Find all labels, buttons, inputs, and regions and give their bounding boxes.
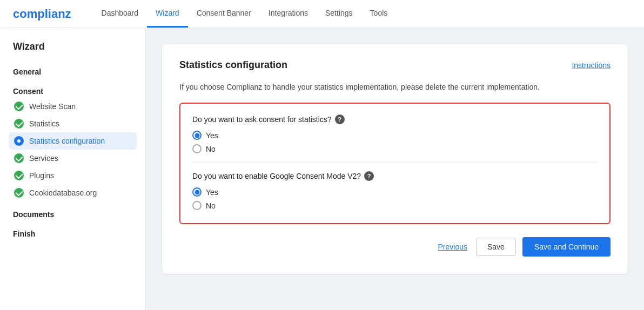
sidebar-item-website-scan[interactable]: Website Scan: [9, 98, 137, 115]
brand-logo: complianz: [13, 7, 71, 21]
sidebar-item-statistics[interactable]: Statistics: [9, 115, 137, 132]
question2-no-label: No: [206, 201, 216, 210]
question1-label: Do you want to ask consent for statistic…: [192, 114, 598, 124]
check-icon: [14, 171, 24, 180]
divider: [192, 162, 598, 163]
question1-yes[interactable]: Yes: [192, 131, 598, 140]
question2-help-icon[interactable]: ?: [364, 171, 374, 181]
sidebar-item-label: Services: [29, 154, 58, 163]
check-icon: [14, 153, 24, 163]
question1-help-icon[interactable]: ?: [335, 114, 345, 124]
question1-no-radio[interactable]: [192, 144, 202, 153]
check-icon: [14, 188, 24, 198]
dot-icon: [14, 136, 24, 146]
sidebar-item-plugins[interactable]: Plugins: [9, 167, 137, 184]
question1-yes-radio[interactable]: [192, 131, 202, 140]
sidebar-item-cookiedatabase[interactable]: Cookiedatabase.org: [9, 184, 137, 201]
save-button[interactable]: Save: [476, 238, 516, 256]
sidebar-item-label: Cookiedatabase.org: [29, 188, 97, 197]
sidebar-section-finish: Finish: [9, 225, 137, 240]
nav-wizard[interactable]: Wizard: [147, 0, 188, 28]
question2-yes-radio[interactable]: [192, 187, 202, 197]
save-continue-button[interactable]: Save and Continue: [522, 237, 611, 257]
sidebar-item-label: Statistics: [29, 119, 59, 128]
instructions-link[interactable]: Instructions: [572, 61, 611, 70]
question1-yes-label: Yes: [206, 131, 218, 140]
card-header: Statistics configuration Instructions: [179, 59, 611, 71]
check-icon: [14, 119, 24, 129]
nav-tools[interactable]: Tools: [361, 0, 397, 28]
sidebar: Wizard General Consent Website Scan Stat…: [0, 28, 146, 310]
top-navigation: complianz Dashboard Wizard Consent Banne…: [0, 0, 644, 28]
main-content: Statistics configuration Instructions If…: [146, 28, 644, 310]
nav-integrations[interactable]: Integrations: [260, 0, 317, 28]
nav-consent-banner[interactable]: Consent Banner: [188, 0, 260, 28]
question1-radio-group: Yes No: [192, 131, 598, 153]
question-box: Do you want to ask consent for statistic…: [179, 103, 611, 224]
sidebar-item-label: Plugins: [29, 171, 54, 180]
question2-no-radio[interactable]: [192, 201, 202, 210]
question1-no-label: No: [206, 145, 216, 153]
card-footer: Previous Save Save and Continue: [179, 237, 611, 257]
sidebar-item-label: Statistics configuration: [29, 137, 105, 145]
nav-dashboard[interactable]: Dashboard: [93, 0, 147, 28]
sidebar-item-services[interactable]: Services: [9, 150, 137, 167]
nav-settings[interactable]: Settings: [317, 0, 361, 28]
sidebar-section-documents: Documents: [9, 206, 137, 221]
card-title: Statistics configuration: [179, 59, 287, 71]
question2-no[interactable]: No: [192, 201, 598, 210]
question2-label: Do you want to enable Google Consent Mod…: [192, 171, 598, 181]
question1-no[interactable]: No: [192, 144, 598, 153]
question2-yes[interactable]: Yes: [192, 187, 598, 197]
previous-button[interactable]: Previous: [436, 238, 469, 255]
sidebar-section-general: General: [9, 63, 137, 78]
info-text: If you choose Complianz to handle your s…: [179, 82, 611, 93]
sidebar-item-statistics-config[interactable]: Statistics configuration: [9, 132, 137, 150]
statistics-config-card: Statistics configuration Instructions If…: [162, 44, 628, 274]
question2-yes-label: Yes: [206, 188, 218, 197]
logo-text: complianz: [13, 7, 71, 21]
check-icon: [14, 102, 24, 111]
sidebar-item-label: Website Scan: [29, 102, 76, 111]
sidebar-section-consent: Consent: [9, 83, 137, 98]
page-layout: Wizard General Consent Website Scan Stat…: [0, 28, 644, 310]
question2-radio-group: Yes No: [192, 187, 598, 210]
nav-links: Dashboard Wizard Consent Banner Integrat…: [93, 0, 397, 28]
sidebar-title: Wizard: [9, 41, 137, 52]
